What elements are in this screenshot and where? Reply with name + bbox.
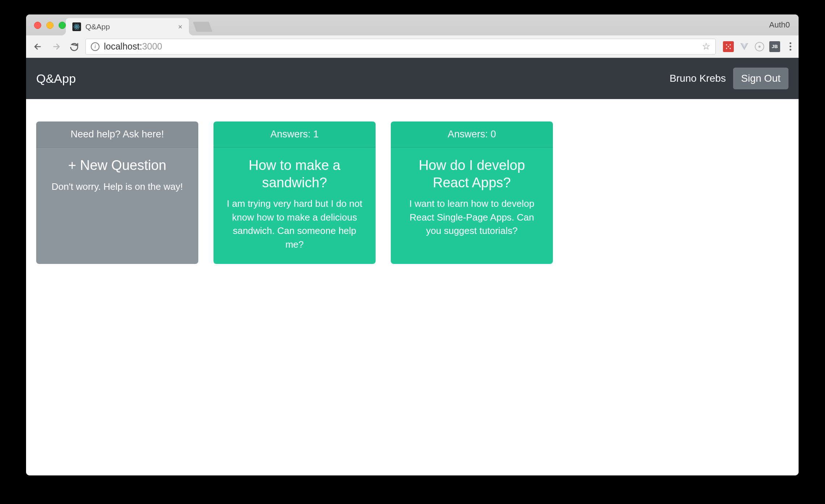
browser-profile-label[interactable]: Auth0 (769, 20, 790, 30)
back-button[interactable] (31, 40, 45, 54)
cards-container: Need help? Ask here! + New Question Don'… (26, 99, 799, 286)
browser-menu-button[interactable] (787, 42, 794, 51)
address-bar[interactable]: i localhost:3000 ☆ (85, 39, 716, 55)
question-title: How to make a sandwich? (224, 157, 365, 191)
question-card[interactable]: Answers: 0 How do I develop React Apps? … (391, 121, 553, 264)
svg-point-4 (726, 44, 727, 45)
site-info-icon[interactable]: i (91, 42, 100, 51)
question-text: I want to learn how to develop React Sin… (402, 197, 542, 238)
answers-count-label: Answers: 1 (213, 121, 376, 148)
bookmark-star-icon[interactable]: ☆ (702, 41, 710, 52)
tab-title: Q&App (85, 22, 174, 31)
svg-point-7 (729, 48, 731, 49)
question-text: I am trying very hard but I do not know … (224, 197, 365, 252)
browser-toolbar: i localhost:3000 ☆ JB (26, 35, 799, 58)
window-close-button[interactable] (34, 22, 41, 29)
new-question-card[interactable]: Need help? Ask here! + New Question Don'… (36, 121, 198, 264)
new-tab-button[interactable] (193, 22, 212, 32)
browser-tab[interactable]: Q&App × (66, 18, 189, 35)
reload-button[interactable] (67, 40, 81, 54)
app-brand[interactable]: Q&App (36, 72, 76, 86)
extensions: JB (720, 41, 783, 52)
user-name-label: Bruno Krebs (669, 73, 726, 84)
tab-close-button[interactable]: × (178, 23, 182, 31)
svg-point-8 (728, 46, 729, 47)
extension-circle-icon[interactable] (755, 42, 764, 51)
vue-extension-icon[interactable] (739, 41, 750, 52)
new-question-text: Don't worry. Help is on the way! (47, 180, 187, 194)
page-viewport: Q&App Bruno Krebs Sign Out Need help? As… (26, 58, 799, 475)
extension-icon[interactable] (723, 41, 734, 52)
new-question-header: Need help? Ask here! (36, 121, 198, 148)
answers-count-label: Answers: 0 (391, 121, 553, 148)
app-navbar: Q&App Bruno Krebs Sign Out (26, 58, 799, 99)
window-minimize-button[interactable] (46, 22, 54, 29)
url-text: localhost:3000 (104, 41, 162, 52)
svg-point-5 (729, 44, 731, 45)
forward-button[interactable] (49, 40, 63, 54)
react-favicon-icon (72, 22, 81, 31)
new-question-title: + New Question (47, 157, 187, 174)
question-card[interactable]: Answers: 1 How to make a sandwich? I am … (213, 121, 376, 264)
svg-point-6 (726, 48, 727, 49)
svg-point-0 (76, 26, 77, 27)
jetbrains-extension-icon[interactable]: JB (769, 41, 780, 52)
sign-out-button[interactable]: Sign Out (733, 68, 788, 89)
browser-window: Q&App × Auth0 i localhost:3000 ☆ (26, 14, 799, 475)
window-maximize-button[interactable] (59, 22, 66, 29)
question-title: How do I develop React Apps? (402, 157, 542, 191)
tab-strip: Q&App × Auth0 (26, 14, 799, 35)
window-controls (34, 22, 66, 29)
